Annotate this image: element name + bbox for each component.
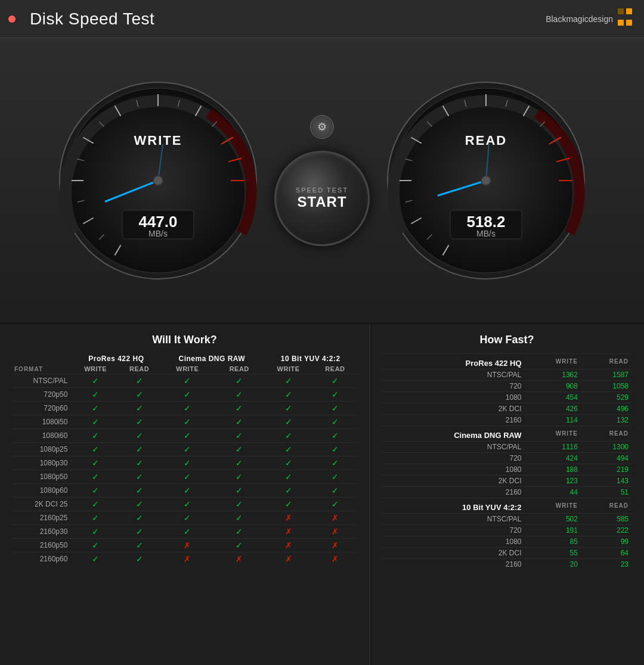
- check-icon: ✓: [184, 376, 191, 386]
- how-fast-panel: How Fast? ProRes 422 HQWRITEREADNTSC/PAL…: [370, 324, 644, 665]
- check-cell: ✓: [215, 402, 264, 415]
- check-icon: ✓: [184, 445, 191, 454]
- section-name: Cinema DNG RAW: [382, 426, 525, 442]
- check-icon: ✓: [285, 417, 292, 427]
- write-value: 1362: [525, 369, 581, 381]
- col-header-cell: READ: [581, 426, 632, 442]
- write-value: 123: [525, 476, 581, 487]
- write-value: 502: [525, 514, 581, 525]
- check-cell: ✓: [72, 539, 119, 552]
- check-cell: ✓: [313, 429, 357, 443]
- check-icon: ✓: [184, 403, 191, 413]
- format-cell: 1080p60: [12, 484, 72, 498]
- format-cell: 1080p25: [12, 443, 72, 456]
- check-icon: ✓: [136, 445, 143, 454]
- svg-text:MB/s: MB/s: [476, 229, 496, 238]
- cross-icon: ✗: [236, 554, 243, 564]
- check-cell: ✓: [215, 484, 264, 498]
- check-cell: ✓: [72, 525, 119, 539]
- check-cell: ✓: [119, 443, 160, 456]
- check-cell: ✓: [313, 456, 357, 470]
- check-icon: ✓: [136, 431, 143, 440]
- check-icon: ✓: [332, 417, 339, 427]
- brand-logo: Blackmagicdesign: [546, 8, 632, 30]
- check-cell: ✗: [160, 539, 215, 552]
- format-cell: 1080i60: [12, 429, 72, 443]
- group-header-cinema: Cinema DNG RAW: [160, 353, 264, 364]
- row-label: 720: [382, 525, 525, 536]
- check-cell: ✓: [313, 498, 357, 511]
- check-icon: ✓: [184, 513, 191, 523]
- read-value: 99: [581, 536, 632, 548]
- check-cell: ✓: [313, 388, 357, 402]
- row-label: 720: [382, 381, 525, 392]
- check-cell: ✓: [264, 402, 313, 415]
- check-cell: ✓: [119, 539, 160, 552]
- app-title: Disk Speed Test: [30, 10, 154, 29]
- format-cell: 1080i50: [12, 415, 72, 429]
- check-cell: ✓: [160, 415, 215, 429]
- format-cell: 2160p60: [12, 552, 72, 566]
- check-cell: ✓: [215, 525, 264, 539]
- check-cell: ✓: [264, 429, 313, 443]
- row-label: 2160: [382, 487, 525, 498]
- check-cell: ✓: [72, 429, 119, 443]
- check-cell: ✓: [313, 415, 357, 429]
- row-label: NTSC/PAL: [382, 369, 525, 381]
- check-cell: ✗: [264, 511, 313, 525]
- check-cell: ✓: [215, 388, 264, 402]
- check-icon: ✓: [285, 403, 292, 413]
- read-value: 132: [581, 415, 632, 426]
- read-value: 23: [581, 559, 632, 570]
- write-header-2: WRITE: [160, 364, 215, 374]
- settings-button[interactable]: ⚙: [310, 115, 334, 139]
- check-cell: ✗: [313, 552, 357, 566]
- check-cell: ✓: [72, 511, 119, 525]
- group-header-prores: ProRes 422 HQ: [72, 353, 160, 364]
- check-cell: ✗: [160, 552, 215, 566]
- check-cell: ✓: [119, 429, 160, 443]
- read-header-1: READ: [119, 364, 160, 374]
- svg-point-25: [153, 176, 163, 185]
- check-icon: ✓: [136, 527, 143, 536]
- check-cell: ✗: [264, 539, 313, 552]
- format-cell: 2160p30: [12, 525, 72, 539]
- check-cell: ✓: [264, 498, 313, 511]
- cross-icon: ✗: [332, 540, 339, 550]
- check-cell: ✓: [264, 443, 313, 456]
- check-icon: ✓: [285, 486, 292, 495]
- check-icon: ✓: [92, 458, 99, 468]
- svg-text:447.0: 447.0: [138, 213, 177, 231]
- cross-icon: ✗: [285, 540, 292, 550]
- cross-icon: ✗: [332, 527, 339, 536]
- cross-icon: ✗: [285, 554, 292, 564]
- write-value: 85: [525, 536, 581, 548]
- write-value: 426: [525, 403, 581, 415]
- check-cell: ✗: [313, 525, 357, 539]
- format-cell: 2160p25: [12, 511, 72, 525]
- read-value: 585: [581, 514, 632, 525]
- start-button[interactable]: SPEED TEST START: [274, 151, 370, 246]
- check-cell: ✓: [215, 429, 264, 443]
- row-label: 1080: [382, 464, 525, 476]
- check-icon: ✓: [136, 486, 143, 495]
- check-icon: ✓: [236, 390, 243, 399]
- table-row: 1080p50✓✓✓✓✓✓: [12, 470, 357, 484]
- check-icon: ✓: [136, 458, 143, 468]
- fast-row: 720424494: [382, 453, 632, 464]
- check-cell: ✓: [119, 415, 160, 429]
- brand-sq-2: [626, 8, 632, 14]
- cross-icon: ✗: [184, 554, 191, 564]
- check-icon: ✓: [184, 458, 191, 468]
- table-row: 2K DCI 25✓✓✓✓✓✓: [12, 498, 357, 511]
- check-cell: ✓: [72, 498, 119, 511]
- fast-row: 2160114132: [382, 415, 632, 426]
- title-bar: Disk Speed Test Blackmagicdesign: [0, 0, 644, 38]
- format-cell: 1080p50: [12, 470, 72, 484]
- row-label: 2K DCI: [382, 476, 525, 487]
- check-icon: ✓: [92, 486, 99, 495]
- brand-sq-3: [618, 20, 624, 26]
- check-icon: ✓: [236, 403, 243, 413]
- close-button[interactable]: [8, 15, 16, 23]
- check-cell: ✓: [72, 443, 119, 456]
